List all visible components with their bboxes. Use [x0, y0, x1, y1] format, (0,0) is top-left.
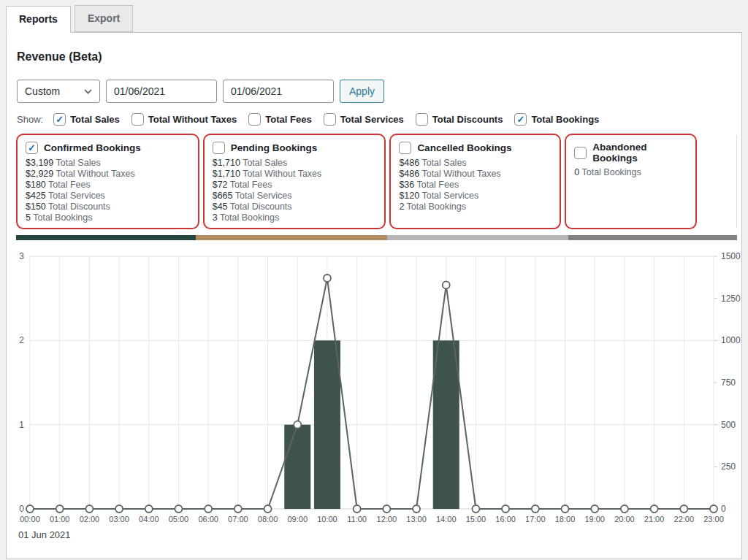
metric-label: Total Services — [48, 191, 105, 201]
chart-marker — [502, 505, 509, 513]
card-metric-row: 5 Total Bookings — [26, 212, 190, 223]
x-axis-tick-label: 19:00 — [584, 515, 605, 523]
card-title: Abandoned Bookings — [592, 142, 687, 164]
filters-row: Custom Apply — [17, 80, 737, 103]
card-metric-row: $1,710 Total Sales — [213, 158, 377, 169]
card-metric-row: $3,199 Total Sales — [26, 158, 190, 169]
metric-label: Total Bookings — [407, 202, 466, 212]
date-range-select[interactable]: Custom — [17, 80, 100, 103]
chart-marker — [472, 505, 479, 513]
date-from-input[interactable] — [106, 80, 217, 103]
chart-marker — [175, 505, 182, 513]
card-metric-row: $486 Total Sales — [399, 158, 552, 169]
x-axis-tick-label: 08:00 — [258, 515, 278, 523]
legend-segment-pending — [196, 235, 388, 240]
show-option-total-without-taxes[interactable]: Total Without Taxes — [131, 113, 237, 126]
card-title: Pending Bookings — [231, 142, 318, 153]
checkbox-unchecked[interactable] — [131, 113, 144, 126]
tab-reports[interactable]: Reports — [6, 6, 71, 33]
checkbox-checked[interactable]: ✓ — [26, 142, 38, 154]
checkbox-checked[interactable]: ✓ — [53, 113, 66, 126]
chart-date-label: 01 Jun 2021 — [18, 529, 737, 540]
x-axis-tick-label: 01:00 — [50, 515, 70, 523]
metric-label: Total Fees — [230, 180, 272, 190]
show-option-label: Total Without Taxes — [148, 114, 237, 125]
apply-button[interactable]: Apply — [340, 80, 384, 103]
metric-value: $486 — [399, 158, 421, 168]
chart-marker — [680, 505, 687, 513]
metric-value: $150 — [26, 202, 48, 212]
card-header: Cancelled Bookings — [399, 142, 552, 154]
left-axis-tick-label: 0 — [19, 504, 24, 514]
metric-label: Total Without Taxes — [56, 169, 134, 179]
x-axis-tick-label: 04:00 — [139, 515, 159, 523]
show-option-total-fees[interactable]: Total Fees — [248, 113, 311, 126]
summary-card-abandoned-bookings: Abandoned Bookings0 Total Bookings — [565, 134, 697, 229]
chart-marker — [354, 505, 361, 513]
card-metric-row: 2 Total Bookings — [399, 202, 552, 212]
metric-label: Total Discounts — [230, 202, 292, 212]
left-axis-tick-label: 3 — [19, 251, 24, 261]
checkbox-unchecked[interactable] — [416, 113, 428, 126]
chart-marker — [264, 505, 272, 513]
right-axis-tick-label: 750 — [721, 377, 736, 388]
summary-card-pending-bookings: Pending Bookings$1,710 Total Sales$1,710… — [203, 134, 386, 229]
x-axis-tick-label: 14:00 — [436, 515, 457, 523]
x-axis-tick-label: 11:00 — [347, 515, 367, 523]
x-axis-tick-label: 06:00 — [198, 515, 218, 523]
date-to-input[interactable] — [223, 80, 334, 103]
date-range-value: Custom — [25, 85, 60, 97]
card-metric-row: $2,929 Total Without Taxes — [26, 169, 190, 180]
metric-value: $72 — [213, 180, 230, 190]
chart-marker — [651, 505, 658, 513]
show-option-label: Total Sales — [70, 114, 120, 125]
show-option-total-discounts[interactable]: Total Discounts — [416, 113, 503, 126]
x-axis-tick-label: 20:00 — [614, 515, 635, 523]
metric-value: $1,710 — [213, 169, 243, 179]
revenue-chart: 0123025050075010001250150000:0001:0002:0… — [11, 249, 737, 526]
summary-cards-row: ✓Confirmed Bookings$3,199 Total Sales$2,… — [16, 134, 737, 229]
chevron-down-icon — [84, 89, 92, 94]
show-label: Show: — [17, 114, 43, 125]
card-metric-row: $45 Total Discounts — [213, 202, 377, 212]
metric-label: Total Sales — [243, 158, 287, 168]
show-option-total-sales[interactable]: ✓Total Sales — [53, 113, 120, 126]
card-header: Abandoned Bookings — [574, 142, 687, 164]
checkbox-unchecked[interactable] — [248, 113, 261, 126]
chart-marker — [145, 505, 153, 513]
checkbox-checked[interactable]: ✓ — [514, 113, 527, 126]
x-axis-tick-label: 10:00 — [317, 515, 337, 523]
summary-card-confirmed-bookings: ✓Confirmed Bookings$3,199 Total Sales$2,… — [16, 134, 199, 229]
metric-value: $45 — [213, 202, 230, 212]
metric-label: Total Sales — [421, 158, 466, 168]
card-metric-row: $120 Total Services — [399, 191, 552, 202]
right-axis-tick-label: 0 — [721, 504, 726, 514]
legend-color-bar — [16, 235, 737, 240]
x-axis-tick-label: 18:00 — [555, 515, 576, 523]
card-header: ✓Confirmed Bookings — [26, 142, 190, 154]
card-metric-row: $150 Total Discounts — [26, 202, 190, 212]
metric-label: Total Bookings — [33, 212, 92, 223]
right-axis-tick-label: 1250 — [721, 294, 741, 304]
card-metric-row: $425 Total Services — [26, 191, 190, 202]
chart-marker — [710, 505, 717, 513]
tab-export[interactable]: Export — [75, 5, 133, 32]
chart-marker — [591, 505, 598, 513]
checkbox-unchecked[interactable] — [399, 142, 411, 154]
metric-value: $36 — [399, 180, 416, 190]
left-axis-tick-label: 1 — [19, 420, 24, 430]
checkbox-unchecked[interactable] — [574, 147, 587, 159]
show-option-total-services[interactable]: Total Services — [324, 113, 404, 126]
chart-marker — [26, 505, 34, 513]
x-axis-tick-label: 17:00 — [525, 515, 546, 523]
reports-panel: Revenue (Beta) Custom Apply Show: ✓Total… — [6, 32, 742, 559]
checkbox-unchecked[interactable] — [213, 142, 225, 154]
show-option-label: Total Discounts — [432, 114, 503, 125]
x-axis-tick-label: 13:00 — [406, 515, 427, 523]
legend-segment-confirmed — [16, 235, 196, 240]
right-axis-tick-label: 1500 — [721, 251, 741, 261]
show-option-total-bookings[interactable]: ✓Total Bookings — [514, 113, 599, 126]
metric-label: Total Services — [421, 191, 478, 201]
checkbox-unchecked[interactable] — [324, 113, 336, 126]
tab-bar: Reports Export — [0, 0, 748, 32]
